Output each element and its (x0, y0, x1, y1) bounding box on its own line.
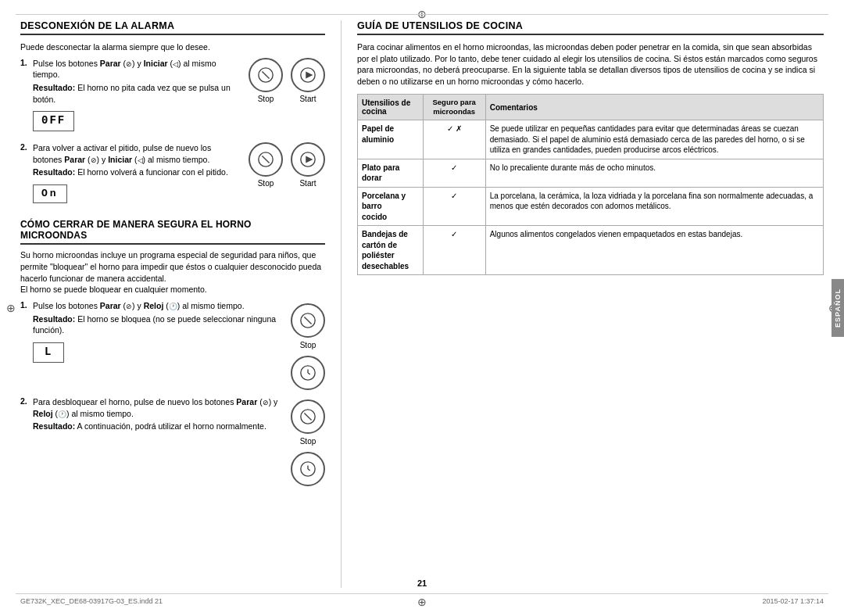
lock-item-num-2: 2. (20, 396, 30, 432)
display-off-box: 0FF (33, 111, 74, 131)
iniciar-icon-1: ◁ (173, 60, 178, 68)
lock-item-num-1: 1. (20, 300, 30, 366)
parar-icon-lock-1: ⊘ (126, 303, 132, 310)
utensilio-cell-4: Bandejas decartón de poliésterdesechable… (358, 226, 424, 275)
bold-reloj-2: Reloj (33, 409, 53, 418)
col-header-utensilio: Utensilios de cocina (358, 94, 424, 120)
svg-line-14 (304, 413, 311, 420)
lock-resultado-1: Resultado: El horno se bloquea (no se pu… (33, 313, 284, 336)
resultado-1: Resultado: El horno no pita cada vez que… (33, 82, 242, 105)
language-tab: ESPAÑOL (831, 279, 844, 337)
reloj-icon-1: 🕐 (169, 303, 177, 310)
resultado-2: Resultado: El horno volverá a funcionar … (33, 167, 242, 178)
lock-numbered-1: 1. Pulse los botones Parar (⊘) y Reloj (… (20, 300, 284, 366)
section-title-alarm: DESCONEXIÓN DE LA ALARMA (20, 20, 325, 35)
stop-only-label-1: Stop (300, 341, 316, 349)
utensilio-cell-3: Porcelana y barrococido (358, 187, 424, 226)
clock-button-1[interactable] (291, 356, 325, 390)
stop-button-2[interactable] (249, 142, 283, 177)
parar-icon-1: ⊘ (126, 60, 132, 68)
stop-button-1[interactable] (249, 58, 283, 92)
stop-icon-2 (257, 151, 274, 168)
svg-marker-7 (306, 156, 313, 163)
footer-right: 2015-02-17 1:37:14 (762, 597, 824, 605)
clock-icon-1 (291, 356, 325, 390)
lock-item-1: Stop (20, 300, 325, 393)
comentario-cell-2: No lo precaliente durante más de ocho mi… (485, 159, 823, 187)
utensils-intro: Para cocinar alimentos en el horno micro… (357, 41, 824, 88)
utensilio-cell-1: Papel de aluminio (358, 120, 424, 159)
table-row: Porcelana y barrococido ✓ La porcelana, … (358, 187, 824, 226)
bold-parar-lock-2: Parar (236, 397, 257, 406)
item-num-1: 1. (20, 58, 30, 134)
bold-reloj-1: Reloj (144, 301, 164, 310)
stop-only-button-2[interactable] (291, 399, 325, 434)
lock-text-2e: ) al mismo tiempo. (66, 409, 134, 418)
iniciar-icon-2: ◁ (138, 156, 143, 164)
utensilio-name-2: Plato para dorar (362, 163, 399, 183)
bold-parar-2: Parar (64, 155, 85, 164)
utensils-table: Utensilios de cocina Seguro paramicroond… (357, 94, 824, 276)
lock-intro: Su horno microondas incluye un programa … (20, 249, 325, 295)
seguro-cell-3: ✓ (423, 187, 485, 226)
svg-marker-3 (306, 71, 313, 78)
stop-only-icon-1 (299, 312, 316, 329)
display-l: L (33, 339, 284, 366)
bold-parar-1: Parar (100, 59, 121, 68)
start-icon-2 (299, 151, 316, 168)
lock-item-content-1: Pulse los botones Parar (⊘) y Reloj (🕐) … (33, 300, 284, 366)
alarm-item-1: Stop Start (20, 58, 325, 139)
item-text-1c: ) y (132, 59, 144, 68)
comentario-cell-1: Se puede utilizar en pequeñas cantidades… (485, 120, 823, 159)
stop-only-label-text-2: Stop (300, 437, 316, 446)
page-number: 21 (417, 578, 427, 588)
alarm-numbered-1: 1. Pulse los botones Parar (⊘) y Iniciar… (20, 58, 242, 134)
display-on: On (33, 181, 242, 206)
alarm-numbered-2: 2. Para volver a activar el pitido, puls… (20, 142, 242, 206)
display-l-box: L (33, 342, 64, 363)
utensilio-name-3: Porcelana y barrococido (362, 192, 406, 221)
item-text-2e: ) al mismo tiempo. (143, 155, 210, 164)
utensilio-name-4: Bandejas decartón de poliésterdesechable… (362, 230, 409, 270)
clock-button-2[interactable] (291, 452, 325, 486)
start-icon-1 (299, 66, 316, 84)
right-column: GUÍA DE UTENSILIOS DE COCINA Para cocina… (341, 20, 824, 588)
footer: GE732K_XEC_DE68-03917G-03_ES.indd 21 201… (20, 597, 824, 605)
stop-button-container-2: Stop (249, 142, 283, 188)
svg-line-12 (308, 373, 310, 374)
svg-line-9 (304, 317, 311, 324)
left-column: DESCONEXIÓN DE LA ALARMA Puede desconect… (20, 20, 341, 588)
item-text-2c: ) y (97, 155, 109, 164)
lock-item-content-2: Para desbloquear el horno, pulse de nuev… (33, 396, 284, 432)
utensilio-cell-2: Plato para dorar (358, 159, 424, 187)
bold-iniciar-2: Iniciar (108, 155, 132, 164)
item-content-1: Pulse los botones Parar (⊘) y Iniciar (◁… (33, 58, 242, 134)
start-button-container-1: Start (291, 58, 325, 103)
table-row: Papel de aluminio ✓ ✗ Se puede utilizar … (358, 120, 824, 159)
compass-left-icon: ⊕ (6, 302, 16, 314)
lock-text-2a: Para desbloquear el horno, pulse de nuev… (33, 397, 236, 406)
stop-start-group-2: Stop Start (249, 142, 325, 188)
start-button-1[interactable] (291, 58, 325, 92)
top-border (16, 14, 828, 15)
comentario-cell-3: La porcelana, la cerámica, la loza vidri… (485, 187, 823, 226)
stop-only-button-1[interactable] (291, 303, 325, 338)
seguro-cell-1: ✓ ✗ (423, 120, 485, 159)
start-button-2[interactable] (291, 142, 325, 177)
clock-icon-svg-1 (299, 364, 316, 381)
stop-icon-1 (257, 66, 274, 84)
col-header-comentarios: Comentarios (485, 94, 823, 120)
columns: DESCONEXIÓN DE LA ALARMA Puede desconect… (20, 20, 824, 588)
stop-only-group-1: Stop (291, 303, 325, 390)
stop-label-1: Stop (258, 95, 274, 103)
display-off: 0FF (33, 108, 242, 134)
table-header-row: Utensilios de cocina Seguro paramicroond… (358, 94, 824, 120)
seguro-cell-2: ✓ (423, 159, 485, 187)
lock-resultado-2: Resultado: A continuación, podrá utiliza… (33, 421, 284, 432)
stop-label-2: Stop (258, 179, 274, 188)
reloj-icon-2: 🕐 (58, 410, 66, 418)
utensilio-name-1: Papel de aluminio (362, 124, 394, 144)
svg-line-1 (262, 71, 269, 78)
section-title-utensils: GUÍA DE UTENSILIOS DE COCINA (357, 20, 824, 35)
footer-left: GE732K_XEC_DE68-03917G-03_ES.indd 21 (20, 597, 163, 605)
